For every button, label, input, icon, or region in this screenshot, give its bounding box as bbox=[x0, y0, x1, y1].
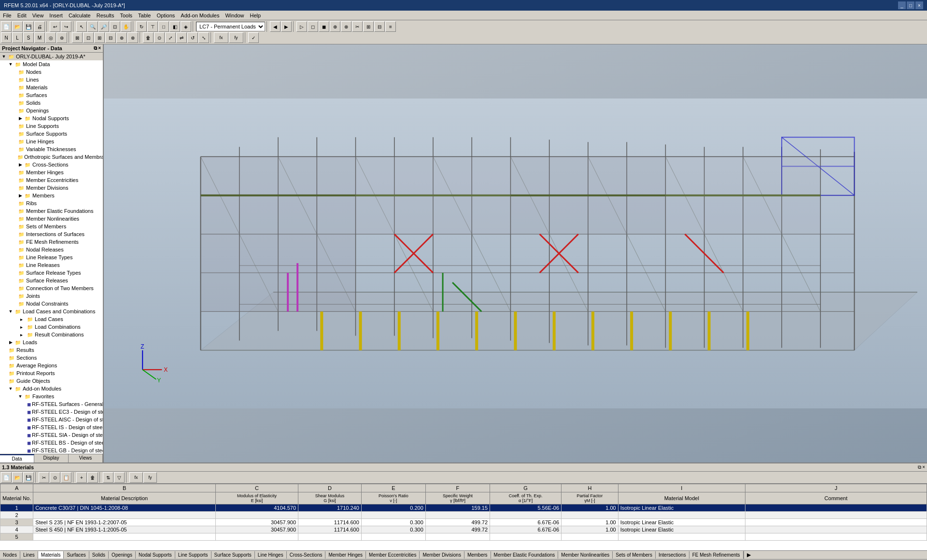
tree-nodal-supports[interactable]: ▶ 📁 Nodal Supports bbox=[0, 114, 103, 122]
tb2-4[interactable]: M bbox=[34, 32, 45, 43]
tree-rfsteel-gb[interactable]: ◼ RF-STEEL GB - Design of steel me bbox=[0, 447, 103, 454]
tb-zoom-out[interactable]: 🔎 bbox=[98, 21, 109, 32]
cell-alpha[interactable]: 5.56E-06 bbox=[490, 504, 562, 512]
tree-nodes[interactable]: 📁 Nodes bbox=[0, 68, 103, 76]
tree-variable-thicknesses[interactable]: 📁 Variable Thicknesses bbox=[0, 145, 103, 153]
table-close-btn[interactable]: × bbox=[922, 464, 925, 470]
tree-member-elastic[interactable]: 📁 Member Elastic Foundations bbox=[0, 207, 103, 215]
tree-line-supports[interactable]: 📁 Line Supports bbox=[0, 122, 103, 130]
menu-edit[interactable]: Edit bbox=[14, 12, 29, 19]
cell-comment[interactable] bbox=[745, 526, 927, 533]
tb2-2[interactable]: L bbox=[12, 32, 23, 43]
nav-tab-views[interactable]: Views bbox=[69, 454, 103, 462]
tree-intersections[interactable]: 📁 Intersections of Surfaces bbox=[0, 230, 103, 238]
tb-view-top[interactable]: ⊤ bbox=[147, 21, 158, 32]
tree-materials[interactable]: 📁 Materials bbox=[0, 84, 103, 91]
table-tb-open[interactable]: 📂 bbox=[12, 472, 23, 483]
cell-E[interactable]: 30457.900 bbox=[215, 519, 298, 526]
tb-view-3d[interactable]: ◈ bbox=[181, 21, 191, 32]
table-tb-cut[interactable]: ✂ bbox=[39, 472, 49, 483]
tb-more6[interactable]: ≡ bbox=[385, 21, 396, 32]
tb-view-front[interactable]: □ bbox=[158, 21, 169, 32]
cell-E[interactable]: 30457.900 bbox=[215, 526, 298, 533]
cell-alpha[interactable]: 6.67E-06 bbox=[490, 519, 562, 526]
tb-more3[interactable]: ✂ bbox=[352, 21, 363, 32]
tree-surface-supports[interactable]: 📁 Surface Supports bbox=[0, 130, 103, 138]
tb-pan[interactable]: ✋ bbox=[121, 21, 131, 32]
tb2-7[interactable]: ⊠ bbox=[72, 32, 83, 43]
cell-gamma[interactable]: 159.15 bbox=[425, 504, 490, 512]
cell-v[interactable] bbox=[361, 533, 425, 541]
nav-tab-display[interactable]: Display bbox=[34, 454, 69, 462]
tb2-11[interactable]: ⊕ bbox=[116, 32, 127, 43]
tree-openings[interactable]: 📁 Openings bbox=[0, 107, 103, 114]
tb-more5[interactable]: ⊟ bbox=[374, 21, 385, 32]
cell-model[interactable]: Isotropic Linear Elastic bbox=[618, 519, 745, 526]
menu-options[interactable]: Options bbox=[154, 12, 178, 19]
table-tb-save[interactable]: 💾 bbox=[23, 472, 34, 483]
tree-result-combos[interactable]: ▸ 📁 Result Combinations bbox=[0, 331, 103, 338]
cell-G[interactable]: 11714.600 bbox=[298, 519, 362, 526]
table-content[interactable]: A B C D E F G H I J Material No. Materia… bbox=[0, 484, 927, 550]
tb-more2[interactable]: ⊗ bbox=[341, 21, 351, 32]
tb2-1[interactable]: N bbox=[1, 32, 12, 43]
tree-connection-two[interactable]: 📁 Connection of Two Members bbox=[0, 284, 103, 292]
tree-loads[interactable]: ▶ 📁 Loads bbox=[0, 338, 103, 346]
load-case-combo[interactable]: LC7 - Permanent Loads bbox=[196, 22, 265, 31]
tb2-8[interactable]: ⊡ bbox=[83, 32, 94, 43]
tb-rotate[interactable]: ↻ bbox=[136, 21, 147, 32]
cell-partial[interactable] bbox=[562, 512, 618, 519]
cell-model[interactable] bbox=[618, 512, 745, 519]
navigator-float-btn[interactable]: ⧉ bbox=[94, 45, 97, 51]
table-row[interactable]: 1 Concrete C30/37 | DIN 1045-1:2008-08 4… bbox=[0, 504, 927, 512]
tree-nodal-releases[interactable]: 📁 Nodal Releases bbox=[0, 246, 103, 253]
tb2-formula[interactable]: fy bbox=[229, 32, 243, 43]
tree-rfsteel-bs[interactable]: ◼ RF-STEEL BS - Design of steel me bbox=[0, 439, 103, 447]
menu-results[interactable]: Results bbox=[94, 12, 117, 19]
cell-desc[interactable]: Steel S 235 | NF EN 1993-1-2:2007-05 bbox=[33, 519, 216, 526]
cell-model[interactable] bbox=[618, 533, 745, 541]
tb-prev[interactable]: ◀ bbox=[270, 21, 281, 32]
navigator-close-btn[interactable]: × bbox=[98, 45, 101, 51]
tree-ribs[interactable]: 📁 Ribs bbox=[0, 199, 103, 207]
tb2-12[interactable]: ⊗ bbox=[127, 32, 138, 43]
menu-file[interactable]: File bbox=[0, 12, 14, 19]
tree-member-divisions[interactable]: 📁 Member Divisions bbox=[0, 184, 103, 192]
tb-shaded[interactable]: ◼ bbox=[319, 21, 329, 32]
cell-alpha[interactable] bbox=[490, 512, 562, 519]
btab-fe-mesh[interactable]: FE Mesh Refinements bbox=[689, 551, 744, 559]
cell-model[interactable]: Isotropic Linear Elastic bbox=[618, 504, 745, 512]
tree-surface-releases[interactable]: 📁 Surface Releases bbox=[0, 277, 103, 284]
tree-orthotropic[interactable]: 📁 Orthotropic Surfaces and Membra bbox=[0, 153, 103, 161]
tb2-mirror[interactable]: ⇌ bbox=[176, 32, 187, 43]
toggle-members[interactable]: ▶ bbox=[17, 193, 23, 198]
tree-favorites[interactable]: ▼ 📁 Favorites bbox=[0, 392, 103, 400]
cell-comment[interactable] bbox=[745, 533, 927, 541]
btab-cross-sections[interactable]: Cross-Sections bbox=[287, 551, 326, 559]
btab-member-nonlin[interactable]: Member Nonlinearities bbox=[558, 551, 613, 559]
btab-nodal-supports[interactable]: Nodal Supports bbox=[136, 551, 175, 559]
cell-model[interactable]: Isotropic Linear Elastic bbox=[618, 526, 745, 533]
cell-desc[interactable] bbox=[33, 512, 216, 519]
tree-model-data[interactable]: ▼ 📁 Model Data bbox=[0, 60, 103, 68]
table-tb-fx[interactable]: fx bbox=[129, 472, 143, 483]
tree-member-nonlin[interactable]: 📁 Member Nonlinearities bbox=[0, 215, 103, 223]
cell-G[interactable]: 11714.600 bbox=[298, 526, 362, 533]
table-tb-delete[interactable]: 🗑 bbox=[87, 472, 98, 483]
cell-gamma[interactable]: 499.72 bbox=[425, 526, 490, 533]
btab-line-supports[interactable]: Line Supports bbox=[175, 551, 211, 559]
btab-sets-members[interactable]: Sets of Members bbox=[613, 551, 656, 559]
cell-alpha[interactable] bbox=[490, 533, 562, 541]
cell-gamma[interactable] bbox=[425, 533, 490, 541]
tree-nodal-constraints[interactable]: 📁 Nodal Constraints bbox=[0, 300, 103, 308]
btab-line-hinges[interactable]: Line Hinges bbox=[255, 551, 287, 559]
tree-fe-mesh[interactable]: 📁 FE Mesh Refinements bbox=[0, 238, 103, 246]
cell-desc[interactable]: Concrete C30/37 | DIN 1045-1:2008-08 bbox=[33, 504, 216, 512]
cell-E[interactable] bbox=[215, 512, 298, 519]
table-float-btn[interactable]: ⧉ bbox=[918, 464, 921, 470]
tree-surface-release-types[interactable]: 📁 Surface Release Types bbox=[0, 269, 103, 277]
table-tb-add[interactable]: + bbox=[76, 472, 87, 483]
tree-rfsteel-ec3[interactable]: ◼ RF-STEEL EC3 - Design of steel me bbox=[0, 408, 103, 416]
tb-view-side[interactable]: ◧ bbox=[169, 21, 180, 32]
tb-zoom-fit[interactable]: ⊡ bbox=[110, 21, 120, 32]
